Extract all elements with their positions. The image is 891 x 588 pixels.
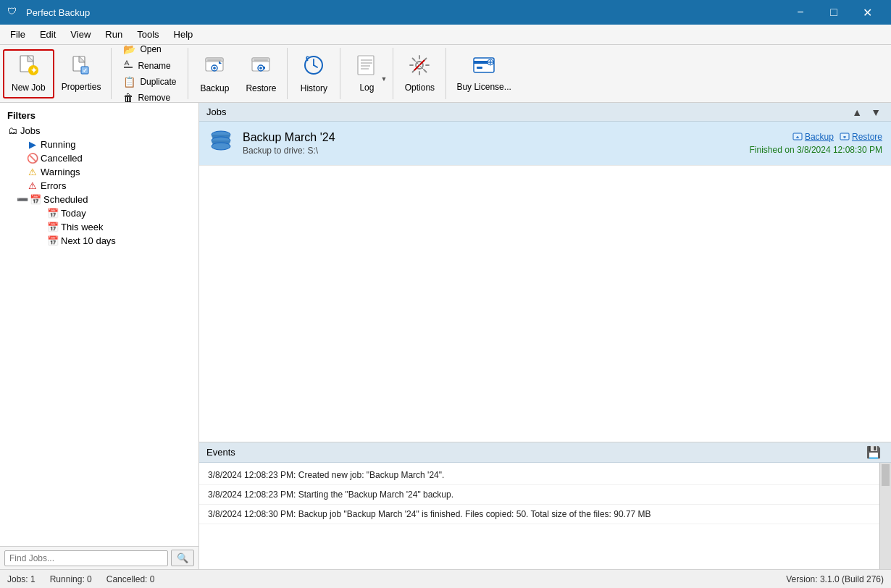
sidebar-item-cancelled[interactable]: 🚫 Cancelled [0, 151, 198, 165]
log-icon [356, 54, 377, 80]
menu-run[interactable]: Run [98, 26, 130, 43]
options-button[interactable]: Options [396, 49, 443, 98]
sidebar-item-today[interactable]: 📅 Today [0, 206, 198, 220]
job-restore-link[interactable]: Restore [840, 132, 882, 142]
event-item: 3/8/2024 12:08:23 PM: Starting the "Back… [199, 485, 879, 505]
status-version: Version: 3.1.0 (Build 276) [786, 574, 884, 584]
job-backup-link[interactable]: Backup [792, 132, 834, 142]
svg-text:✦: ✦ [30, 66, 37, 75]
jobs-collapse-icon: 🗂 [6, 125, 19, 136]
job-action-links: Backup Restore [792, 132, 882, 142]
menu-help[interactable]: Help [167, 26, 201, 43]
cancelled-icon: 🚫 [26, 153, 39, 164]
svg-rect-6 [124, 67, 133, 68]
jobs-panel-controls: ▲ ▼ [849, 106, 884, 118]
jobs-list: Backup March '24 Backup to drive: S:\ Ba… [199, 122, 891, 442]
open-button[interactable]: 📂 Open [117, 41, 182, 57]
properties-icon: ✓ [71, 55, 91, 79]
backup-button[interactable]: Backup [191, 49, 238, 98]
status-running-count: Running: 0 [50, 574, 92, 584]
backup-icon [203, 54, 226, 80]
minimize-button[interactable]: − [784, 0, 817, 25]
events-with-scroll: 3/8/2024 12:08:23 PM: Created new job: "… [199, 463, 891, 569]
status-jobs-count: Jobs: 1 [7, 574, 35, 584]
remove-icon: 🗑 [123, 92, 133, 104]
sidebar-item-warnings[interactable]: ⚠ Warnings [0, 165, 198, 179]
sidebar-item-scheduled[interactable]: ➖ 📅 Scheduled [0, 193, 198, 206]
title-bar: 🛡 Perfect Backup − □ ✕ [0, 0, 891, 25]
maximize-button[interactable]: □ [817, 0, 850, 25]
svg-rect-17 [358, 56, 374, 75]
sidebar-item-running[interactable]: ▶ Running [0, 138, 198, 151]
menu-tools[interactable]: Tools [130, 26, 166, 43]
toolbar-group-buy: Buy License... [446, 48, 521, 99]
options-icon [409, 54, 430, 80]
rename-label: Rename [138, 61, 170, 71]
cancelled-label: Cancelled [41, 153, 83, 164]
scheduled-icon: 📅 [29, 194, 42, 205]
restore-button[interactable]: Restore [238, 49, 284, 98]
buy-license-label: Buy License... [456, 82, 511, 92]
events-panel: Events 💾 3/8/2024 12:08:23 PM: Created n… [199, 442, 891, 569]
job-item[interactable]: Backup March '24 Backup to drive: S:\ Ba… [199, 122, 891, 166]
log-label: Log [359, 83, 374, 93]
event-item: 3/8/2024 12:08:23 PM: Created new job: "… [199, 466, 879, 485]
errors-label: Errors [41, 180, 66, 191]
events-save-button[interactable]: 💾 [863, 445, 884, 459]
search-button[interactable]: 🔍 [171, 550, 194, 566]
window-controls: − □ ✕ [784, 0, 884, 25]
rename-icon [123, 59, 133, 72]
scrollbar-thumb[interactable] [882, 464, 890, 486]
job-db-icon [208, 127, 234, 159]
search-input[interactable] [4, 550, 168, 566]
sidebar-item-next-10-days[interactable]: 📅 Next 10 days [0, 234, 198, 248]
this-week-icon: 📅 [46, 222, 59, 232]
scheduled-expand-icon: ➖ [16, 194, 29, 205]
svg-text:✓: ✓ [83, 67, 88, 74]
rename-button[interactable]: Rename [117, 57, 182, 74]
app-title: Perfect Backup [26, 7, 784, 18]
running-icon: ▶ [26, 139, 39, 150]
warnings-icon: ⚠ [26, 167, 39, 177]
jobs-scroll-up[interactable]: ▲ [849, 106, 865, 118]
open-label: Open [140, 44, 161, 54]
sidebar-footer: 🔍 [0, 546, 198, 569]
menu-view[interactable]: View [63, 26, 98, 43]
history-label: History [301, 83, 327, 93]
sidebar-item-jobs[interactable]: 🗂 Jobs [0, 124, 198, 138]
jobs-scroll-down[interactable]: ▼ [868, 106, 884, 118]
event-item: 3/8/2024 12:08:30 PM: Backup job "Backup… [199, 505, 879, 524]
errors-icon: ⚠ [26, 180, 39, 191]
properties-button[interactable]: ✓ Properties [54, 49, 109, 98]
new-job-button[interactable]: ✦ New Job [3, 49, 54, 98]
toolbar-group-options: Options [393, 48, 446, 99]
filters-header: Filters [0, 107, 198, 124]
menu-edit[interactable]: Edit [33, 26, 63, 43]
status-bar: Jobs: 1 Running: 0 Cancelled: 0 Version:… [0, 569, 891, 588]
file-ops-subgroup: 📂 Open Rename 📋 Duplicate 🗑 Remove [114, 48, 185, 99]
sidebar-item-errors[interactable]: ⚠ Errors [0, 179, 198, 193]
buy-license-button[interactable]: Buy License... [449, 49, 518, 98]
sidebar-item-this-week[interactable]: 📅 This week [0, 220, 198, 234]
jobs-panel-title: Jobs [206, 106, 226, 117]
menu-file[interactable]: File [3, 26, 33, 43]
log-button[interactable]: Log ▼ [343, 49, 390, 98]
options-label: Options [405, 83, 435, 93]
open-icon: 📂 [123, 43, 135, 55]
job-name: Backup March '24 [243, 131, 741, 144]
svg-rect-10 [207, 59, 222, 61]
history-button[interactable]: History [290, 49, 337, 98]
new-job-icon: ✦ [17, 54, 39, 80]
filters-label: Filters [7, 110, 35, 121]
today-label: Today [61, 208, 86, 219]
events-scrollbar[interactable] [879, 463, 891, 569]
sidebar: Filters 🗂 Jobs ▶ Running 🚫 Cancelled ⚠ W… [0, 103, 199, 569]
duplicate-button[interactable]: 📋 Duplicate [117, 74, 182, 90]
toolbar-group-newjob: ✦ New Job ✓ Properties [0, 48, 112, 99]
svg-rect-27 [477, 67, 482, 69]
toolbar-group-backup-restore: Backup Restore [188, 48, 288, 99]
jobs-panel-header: Jobs ▲ ▼ [199, 103, 891, 122]
job-actions: Backup Restore Finished on 3/8/2024 12:0… [750, 132, 882, 155]
this-week-label: This week [61, 222, 104, 232]
close-button[interactable]: ✕ [850, 0, 884, 25]
